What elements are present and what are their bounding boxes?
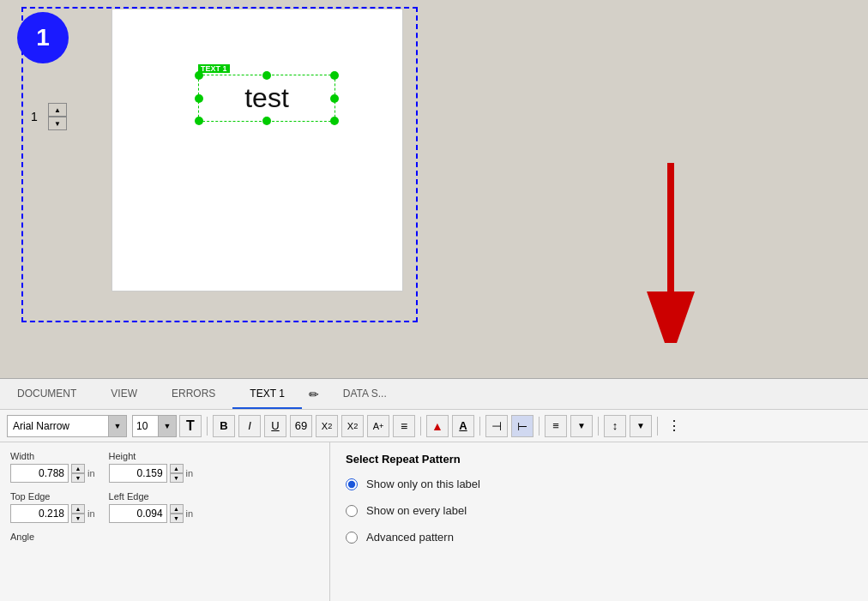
top-edge-label: Top Edge <box>10 491 95 502</box>
height-down[interactable]: ▼ <box>170 473 184 483</box>
separator-1 <box>207 417 208 436</box>
bold-button[interactable]: B <box>213 415 235 437</box>
counter-value: 1 <box>24 110 45 123</box>
radio-advanced[interactable] <box>346 532 358 544</box>
radio-item-advanced[interactable]: Advanced pattern <box>346 531 853 544</box>
angle-label: Angle <box>10 532 34 542</box>
text-element-box[interactable]: test <box>198 75 335 122</box>
underline-button[interactable]: U <box>264 415 286 437</box>
handle-bl[interactable] <box>195 117 203 125</box>
left-edge-group: Left Edge ▲ ▼ in <box>109 491 194 523</box>
separator-6 <box>657 417 658 436</box>
radio-advanced-text: Advanced pattern <box>366 531 454 544</box>
width-input[interactable] <box>10 464 69 483</box>
radio-every-label-text: Show on every label <box>366 504 467 517</box>
font-color-A-btn[interactable]: A <box>452 415 474 437</box>
text-element-wrapper[interactable]: TEXT 1 test <box>198 61 335 122</box>
top-edge-spin: ▲ ▼ <box>71 504 85 523</box>
top-edge-up[interactable]: ▲ <box>71 504 85 514</box>
height-input[interactable] <box>109 464 167 483</box>
radio-item-this-label[interactable]: Show only on this label <box>346 478 853 490</box>
top-edge-down[interactable]: ▼ <box>71 514 85 523</box>
counter-up[interactable]: ▲ <box>48 103 67 117</box>
left-edge-input-wrapper: ▲ ▼ in <box>109 504 194 523</box>
tab-errors[interactable]: ERRORS <box>154 379 232 409</box>
handle-bc[interactable] <box>262 117 271 125</box>
more-options-btn[interactable]: ⋮ <box>663 415 685 437</box>
handle-tc[interactable] <box>262 71 271 80</box>
left-edge-up[interactable]: ▲ <box>170 504 184 514</box>
font-size-select[interactable]: 10 8 12 14 <box>132 415 177 437</box>
h-align-btn[interactable]: ≡ <box>545 415 567 437</box>
width-group: Width ▲ ▼ in <box>10 451 95 483</box>
handle-mr[interactable] <box>330 94 339 103</box>
top-edge-group: Top Edge ▲ ▼ in <box>10 491 95 523</box>
height-up[interactable]: ▲ <box>170 464 184 473</box>
height-input-wrapper: ▲ ▼ in <box>109 464 194 483</box>
tab-data-sources[interactable]: DATA S... <box>326 379 404 409</box>
width-height-row: Width ▲ ▼ in Height <box>10 451 319 483</box>
edge-row: Top Edge ▲ ▼ in Left Edge <box>10 491 319 523</box>
separator-5 <box>598 417 599 436</box>
top-edge-unit: in <box>87 508 95 519</box>
toolbar-row: Arial Narrow Arial Times New Roman ▼ 10 … <box>0 410 868 442</box>
width-unit: in <box>87 468 95 478</box>
radio-this-label[interactable] <box>346 478 358 490</box>
tab-text1-label: TEXT 1 <box>250 388 284 400</box>
v-align-btn[interactable]: ↕ <box>604 415 626 437</box>
pencil-icon: ✏ <box>309 388 319 401</box>
radio-item-every-label[interactable]: Show on every label <box>346 504 853 517</box>
label-number-badge: 1 <box>17 12 69 63</box>
font-size-increase-btn[interactable]: A+ <box>367 415 389 437</box>
left-edge-unit: in <box>186 508 194 519</box>
text-align-right-btn[interactable]: ⊢ <box>511 415 533 437</box>
tabs-bar: DOCUMENT VIEW ERRORS TEXT 1 ✏ DATA S... <box>0 379 868 410</box>
text-format-btn[interactable]: T <box>179 415 202 437</box>
radio-every-label[interactable] <box>346 505 358 517</box>
counter-control: 1 ▲ ▼ <box>24 103 67 130</box>
font-select-wrapper[interactable]: Arial Narrow Arial Times New Roman ▼ <box>7 415 127 437</box>
tab-data-sources-label: DATA S... <box>343 388 387 400</box>
text-element-label: TEXT 1 <box>198 64 230 73</box>
subscript-button[interactable]: X2 <box>316 415 338 437</box>
tab-document[interactable]: DOCUMENT <box>0 379 93 409</box>
italic-button[interactable]: I <box>238 415 261 437</box>
size-select-wrapper[interactable]: 10 8 12 14 ▼ <box>132 415 177 437</box>
font-select[interactable]: Arial Narrow Arial Times New Roman <box>7 415 127 437</box>
line-spacing-btn[interactable]: ≡ <box>393 415 415 437</box>
left-edge-down[interactable]: ▼ <box>170 514 184 523</box>
superscript-button[interactable]: X2 <box>341 415 364 437</box>
h-align-down-btn[interactable]: ▼ <box>570 415 593 437</box>
width-down[interactable]: ▼ <box>71 473 85 483</box>
separator-2 <box>420 417 421 436</box>
tab-text1[interactable]: TEXT 1 <box>232 379 301 409</box>
label-canvas[interactable]: TEXT 1 test <box>112 9 403 291</box>
left-edge-spin: ▲ ▼ <box>170 504 184 523</box>
height-label: Height <box>109 451 194 461</box>
repeat-title: Select Repeat Pattern <box>346 453 853 466</box>
top-edge-input[interactable] <box>10 504 69 523</box>
handle-ml[interactable] <box>195 94 203 103</box>
radio-this-label-text: Show only on this label <box>366 478 480 490</box>
handle-tr[interactable] <box>330 71 339 80</box>
angle-group: Angle <box>10 532 34 542</box>
handle-br[interactable] <box>330 117 339 125</box>
repeat-panel: Select Repeat Pattern Show only on this … <box>330 442 868 601</box>
tab-errors-label: ERRORS <box>172 388 215 400</box>
strikethrough-button[interactable]: 69 <box>290 415 312 437</box>
text-align-left-btn[interactable]: ⊣ <box>485 415 508 437</box>
height-group: Height ▲ ▼ in <box>109 451 194 483</box>
width-up[interactable]: ▲ <box>71 464 85 473</box>
counter-arrows: ▲ ▼ <box>48 103 67 130</box>
width-label: Width <box>10 451 95 461</box>
text-color-btn[interactable]: ▲ <box>426 415 449 437</box>
handle-tl[interactable] <box>195 71 203 80</box>
tab-text1-edit-icon[interactable]: ✏ <box>302 379 326 409</box>
left-edge-input[interactable] <box>109 504 167 523</box>
v-align-down-btn[interactable]: ▼ <box>630 415 652 437</box>
separator-3 <box>479 417 480 436</box>
text-element-text: test <box>244 82 289 114</box>
counter-down[interactable]: ▼ <box>48 117 67 130</box>
tab-view[interactable]: VIEW <box>93 379 154 409</box>
width-input-wrapper: ▲ ▼ in <box>10 464 95 483</box>
